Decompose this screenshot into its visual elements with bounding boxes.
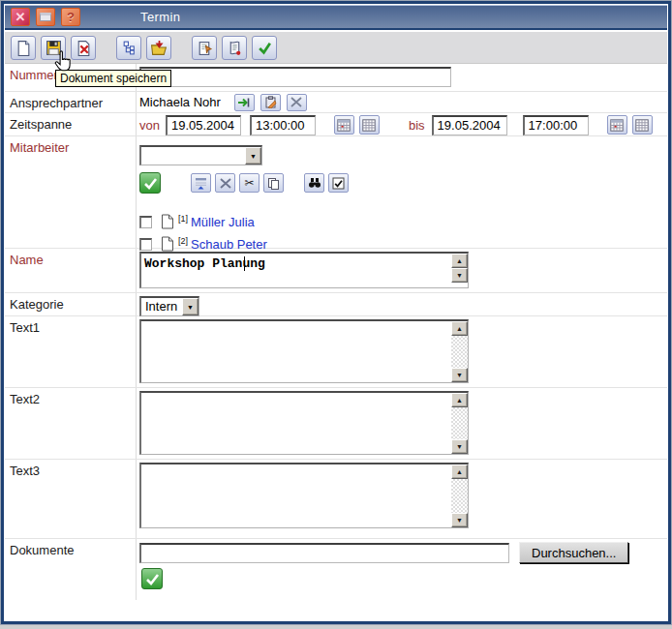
employee-link[interactable]: Müller Julia xyxy=(191,215,255,229)
check-icon xyxy=(257,40,273,56)
chevron-down-icon[interactable]: ▼ xyxy=(245,147,261,165)
binoculars-icon xyxy=(308,177,321,189)
minimize-icon[interactable] xyxy=(36,8,55,26)
mitarbeiter-label: Mitarbeiter xyxy=(5,136,137,248)
scroll-down-icon[interactable]: ▼ xyxy=(451,513,468,527)
kategorie-label: Kategorie xyxy=(5,293,137,315)
scroll-down-icon[interactable]: ▼ xyxy=(451,368,468,382)
von-time-picker-button[interactable] xyxy=(359,115,380,135)
employee-index: [1] xyxy=(178,214,188,224)
mitarbeiter-dropdown[interactable]: ▼ xyxy=(139,145,262,165)
scroll-down-icon[interactable]: ▼ xyxy=(451,439,468,454)
window-title: Termin xyxy=(140,10,180,24)
employee-index: [2] xyxy=(178,236,188,246)
termin-window: ✕ ? Termin xyxy=(0,0,672,625)
grid-icon xyxy=(635,119,649,132)
browse-button[interactable]: Durchsuchen... xyxy=(519,542,628,563)
von-date-picker-button[interactable] xyxy=(334,115,354,135)
delete-entry-button[interactable] xyxy=(215,173,235,193)
tree-icon xyxy=(121,40,137,56)
text2-textarea[interactable]: ▲ ▼ xyxy=(139,391,469,455)
scroll-up-icon[interactable]: ▲ xyxy=(451,464,468,479)
scroll-track[interactable] xyxy=(451,479,468,513)
scrollbar[interactable]: ▲ ▼ xyxy=(451,321,468,382)
copy-icon xyxy=(267,177,280,190)
bis-time-input[interactable] xyxy=(523,115,589,135)
scroll-up-icon[interactable]: ▲ xyxy=(451,393,468,407)
bis-date-picker-button[interactable] xyxy=(607,115,627,135)
list-item: [1] Müller Julia xyxy=(139,212,667,231)
calendar-icon xyxy=(610,119,624,132)
edit-document-button[interactable] xyxy=(192,36,217,60)
row-dokumente: Dokumente Durchsuchen... xyxy=(5,539,667,600)
toolbar xyxy=(5,32,667,63)
von-date-input[interactable] xyxy=(166,115,241,135)
scrollbar[interactable]: ▲ ▼ xyxy=(451,464,468,527)
scrollbar[interactable]: ▲ ▼ xyxy=(451,393,468,454)
row-name: Name Workshop Planung ▲ ▼ xyxy=(5,249,667,293)
new-document-button[interactable] xyxy=(11,36,36,60)
cut-button[interactable]: ✂ xyxy=(239,173,260,193)
copy-button[interactable] xyxy=(263,173,284,193)
protocol-button[interactable] xyxy=(222,36,247,60)
calendar-icon xyxy=(337,119,351,132)
checked-box-icon xyxy=(332,177,345,190)
scroll-down-icon[interactable]: ▼ xyxy=(451,268,468,283)
dokumente-confirm-button[interactable] xyxy=(141,568,163,589)
mitarbeiter-confirm-button[interactable] xyxy=(139,172,161,194)
scroll-up-icon[interactable]: ▲ xyxy=(451,254,468,268)
dokumente-file-input[interactable] xyxy=(139,543,509,563)
employee-checkbox[interactable] xyxy=(139,216,152,228)
check-icon xyxy=(145,573,160,585)
text1-label: Text1 xyxy=(5,316,137,387)
search-button[interactable] xyxy=(304,173,324,193)
kategorie-dropdown[interactable]: Intern ▼ xyxy=(139,296,199,316)
von-label: von xyxy=(139,118,160,133)
green-arrow-icon xyxy=(237,97,251,108)
select-from-list-button[interactable] xyxy=(191,173,211,193)
window-pane-glyph xyxy=(40,13,51,21)
paste-contact-button[interactable] xyxy=(260,94,281,111)
text3-textarea[interactable]: ▲ ▼ xyxy=(139,463,469,528)
import-folder-icon xyxy=(150,40,168,56)
scroll-track[interactable] xyxy=(451,336,468,368)
edit-document-icon xyxy=(197,40,213,56)
help-icon[interactable]: ? xyxy=(61,8,80,26)
bis-time-picker-button[interactable] xyxy=(632,115,653,135)
dokumente-label: Dokumente xyxy=(5,539,137,600)
bis-date-input[interactable] xyxy=(432,115,507,135)
kategorie-value: Intern xyxy=(141,298,182,315)
scrollbar[interactable]: ▲ ▼ xyxy=(451,254,468,287)
close-icon[interactable]: ✕ xyxy=(11,8,30,26)
import-document-button[interactable] xyxy=(146,36,171,60)
von-time-input[interactable] xyxy=(250,115,316,135)
clear-contact-button[interactable] xyxy=(287,94,307,111)
row-mitarbeiter: Mitarbeiter ▼ xyxy=(5,136,667,249)
row-zeitspanne: Zeitspanne von bis xyxy=(5,113,667,136)
row-ansprechpartner: Ansprechpartner Michaela Nohr xyxy=(5,92,667,113)
text1-value xyxy=(141,321,451,382)
scroll-up-icon[interactable]: ▲ xyxy=(451,321,468,336)
new-document-icon xyxy=(15,40,32,56)
hand-cursor-icon xyxy=(51,48,75,75)
text2-label: Text2 xyxy=(5,388,137,459)
name-value: Workshop Planung xyxy=(144,256,265,271)
assign-contact-button[interactable] xyxy=(234,94,255,111)
row-text2: Text2 ▲ ▼ xyxy=(5,388,667,460)
list-select-icon xyxy=(195,177,207,190)
termin-form: Nummer Ansprechpartner Michaela Nohr xyxy=(5,63,667,600)
select-all-button[interactable] xyxy=(328,173,349,193)
scroll-track[interactable] xyxy=(451,407,468,439)
nummer-input[interactable] xyxy=(139,67,451,87)
chevron-down-icon[interactable]: ▼ xyxy=(182,298,199,315)
bis-label: bis xyxy=(409,118,425,133)
x-icon xyxy=(290,97,302,107)
tree-view-button[interactable] xyxy=(116,36,141,60)
row-text3: Text3 ▲ ▼ xyxy=(5,460,667,539)
mitarbeiter-toolbar: ✂ xyxy=(139,172,667,194)
apply-button[interactable] xyxy=(252,36,277,60)
name-textarea[interactable]: Workshop Planung ▲ ▼ xyxy=(139,252,469,288)
titlebar: ✕ ? Termin xyxy=(5,5,667,30)
text1-textarea[interactable]: ▲ ▼ xyxy=(139,319,469,383)
x-icon xyxy=(220,178,231,189)
